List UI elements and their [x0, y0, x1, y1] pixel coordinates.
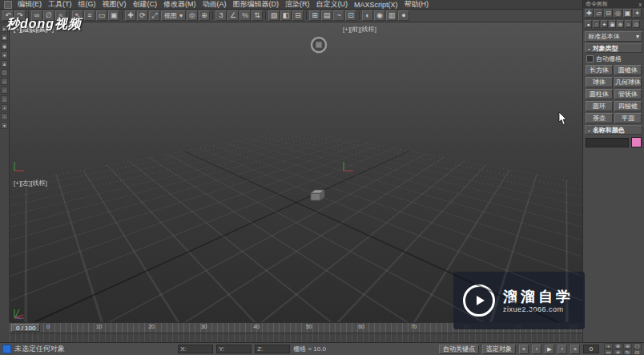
- schematic-view-icon[interactable]: ⊡: [345, 10, 356, 21]
- render-setup-icon[interactable]: ◉: [374, 10, 385, 21]
- cylinder-button[interactable]: 圆柱体: [586, 89, 613, 99]
- close-icon[interactable]: x: [639, 2, 642, 7]
- menu-item-graph-editors[interactable]: 图形编辑器(D): [230, 0, 283, 10]
- reference-coordinate-dropdown[interactable]: 视图 ▾: [161, 10, 186, 21]
- teapot-button[interactable]: 茶壶: [586, 113, 613, 123]
- circle-object[interactable]: [309, 35, 328, 58]
- play-button[interactable]: ▶: [545, 345, 554, 354]
- left-toolbar-icon[interactable]: ▪: [1, 104, 8, 111]
- left-toolbar-icon[interactable]: ○: [1, 87, 8, 94]
- coordinate-x-field[interactable]: X:: [178, 345, 213, 353]
- left-toolbar-icon[interactable]: ◆: [1, 42, 8, 50]
- rendered-frame-window-icon[interactable]: ▥: [386, 10, 397, 21]
- previous-frame-button[interactable]: ‹: [532, 345, 541, 354]
- left-toolbar-icon[interactable]: ◇: [1, 78, 8, 85]
- select-and-rotate-icon[interactable]: ⟳: [137, 10, 148, 21]
- menu-item-modifiers[interactable]: 修改器(M): [160, 0, 199, 10]
- cone-button[interactable]: 圆锥体: [614, 65, 642, 75]
- selection-set-button[interactable]: 选定对象: [482, 345, 516, 354]
- coordinate-y-field[interactable]: Y:: [216, 345, 252, 353]
- menu-item-views[interactable]: 视图(V): [99, 0, 130, 10]
- box-object[interactable]: [308, 188, 327, 207]
- layer-manager-icon[interactable]: ⊞: [309, 10, 320, 21]
- object-type-rollout[interactable]: - 对象类型: [585, 43, 642, 53]
- plane-button[interactable]: 平面: [614, 113, 642, 123]
- auto-key-button[interactable]: 自动关键点: [439, 345, 479, 354]
- menu-item-customize[interactable]: 自定义(U): [313, 0, 352, 10]
- maximize-viewport-icon[interactable]: ⊡: [633, 349, 642, 355]
- align-icon[interactable]: ⊟: [292, 10, 304, 21]
- curve-editor-icon[interactable]: ~: [333, 10, 344, 21]
- ribbon-icon[interactable]: ▤: [321, 10, 332, 21]
- viewport-perspective[interactable]: [+][透视][真实]: [10, 22, 252, 167]
- left-toolbar-icon[interactable]: ▲: [1, 60, 8, 67]
- named-selection-sets-icon[interactable]: ▧: [268, 10, 280, 21]
- lights-category-icon[interactable]: ✦: [601, 20, 608, 28]
- use-pivot-point-icon[interactable]: ◎: [187, 10, 198, 21]
- hierarchy-tab-icon[interactable]: ⊟: [604, 9, 613, 18]
- left-toolbar-icon[interactable]: ●: [1, 51, 8, 58]
- motion-tab-icon[interactable]: ◎: [614, 9, 622, 18]
- autogrid-checkbox[interactable]: [586, 55, 594, 63]
- select-and-move-icon[interactable]: ✚: [125, 10, 136, 21]
- menu-item-create[interactable]: 创建(C): [130, 0, 161, 10]
- window-crossing-icon[interactable]: ▣: [108, 10, 119, 21]
- menu-item-rendering[interactable]: 渲染(R): [282, 0, 313, 10]
- name-color-rollout[interactable]: - 名称和颜色: [585, 125, 642, 135]
- primitive-type-dropdown[interactable]: 标准基本体 ▾: [585, 31, 642, 42]
- tube-button[interactable]: 管状体: [614, 89, 642, 99]
- cameras-category-icon[interactable]: ▣: [609, 20, 616, 28]
- left-toolbar-icon[interactable]: △: [1, 95, 8, 103]
- select-and-scale-icon[interactable]: ⤢: [149, 10, 160, 21]
- menu-item-tools[interactable]: 工具(T): [45, 0, 75, 10]
- viewport-front-label[interactable]: [+][前][线框]: [343, 25, 376, 34]
- zoom-icon[interactable]: +: [604, 343, 613, 349]
- zoom-extents-all-icon[interactable]: ▢: [633, 343, 642, 349]
- spinner-snap-icon[interactable]: ⇅: [252, 10, 263, 21]
- track-bar[interactable]: [10, 333, 582, 342]
- select-and-manipulate-icon[interactable]: ⊕: [199, 10, 210, 21]
- select-by-name-icon[interactable]: ≡: [84, 10, 95, 21]
- rectangular-selection-region-icon[interactable]: ▭: [96, 10, 107, 21]
- menu-item-group[interactable]: 组(G): [75, 0, 99, 10]
- geometry-category-icon[interactable]: ●: [585, 20, 592, 28]
- utilities-tab-icon[interactable]: ✦: [633, 9, 642, 18]
- go-to-end-button[interactable]: »: [570, 345, 580, 354]
- modify-tab-icon[interactable]: ▱: [594, 9, 603, 18]
- torus-button[interactable]: 圆环: [586, 101, 613, 111]
- menu-item-edit[interactable]: 编辑(E): [14, 0, 45, 10]
- geosphere-button[interactable]: 几何球体: [614, 77, 642, 87]
- coordinate-z-field[interactable]: Z:: [255, 345, 290, 353]
- time-slider[interactable]: 0 / 100: [11, 324, 40, 332]
- pyramid-button[interactable]: 四棱锥: [614, 101, 642, 111]
- sphere-button[interactable]: 球体: [586, 77, 613, 87]
- mirror-icon[interactable]: ◧: [280, 10, 292, 21]
- command-panel-header[interactable]: 命令面板 x: [583, 0, 644, 8]
- menu-item-animation[interactable]: 动画(A): [199, 0, 230, 10]
- maxscript-listener-icon[interactable]: [2, 345, 11, 353]
- render-production-icon[interactable]: ●: [398, 10, 409, 21]
- percent-snap-icon[interactable]: %: [239, 10, 251, 21]
- menu-item-help[interactable]: 帮助(H): [401, 0, 433, 10]
- next-frame-button[interactable]: ›: [557, 345, 567, 354]
- orbit-icon[interactable]: ↻: [623, 349, 632, 355]
- current-frame-field[interactable]: 0: [583, 345, 599, 353]
- left-toolbar-icon[interactable]: ▾: [1, 122, 8, 129]
- zoom-all-icon[interactable]: ⊕: [614, 343, 622, 349]
- object-name-input[interactable]: [586, 138, 629, 147]
- left-toolbar-icon[interactable]: ■: [1, 34, 8, 41]
- systems-category-icon[interactable]: ⊙: [633, 20, 640, 28]
- left-toolbar-icon[interactable]: ▫: [1, 113, 8, 120]
- object-color-swatch[interactable]: [631, 137, 642, 147]
- spacewarps-category-icon[interactable]: ≈: [625, 20, 632, 28]
- display-tab-icon[interactable]: ▣: [623, 9, 632, 18]
- zoom-extents-icon[interactable]: ⊞: [623, 343, 632, 349]
- zoom-region-icon[interactable]: ▭: [604, 349, 613, 355]
- pan-icon[interactable]: ✛: [614, 349, 622, 355]
- viewport-left-label[interactable]: [+][左][线框]: [14, 179, 47, 188]
- go-to-start-button[interactable]: «: [519, 345, 529, 354]
- app-icon[interactable]: [4, 1, 12, 9]
- helpers-category-icon[interactable]: ⊕: [617, 20, 624, 28]
- material-editor-icon[interactable]: ◐: [362, 10, 373, 21]
- angle-snap-icon[interactable]: ∠: [227, 10, 239, 21]
